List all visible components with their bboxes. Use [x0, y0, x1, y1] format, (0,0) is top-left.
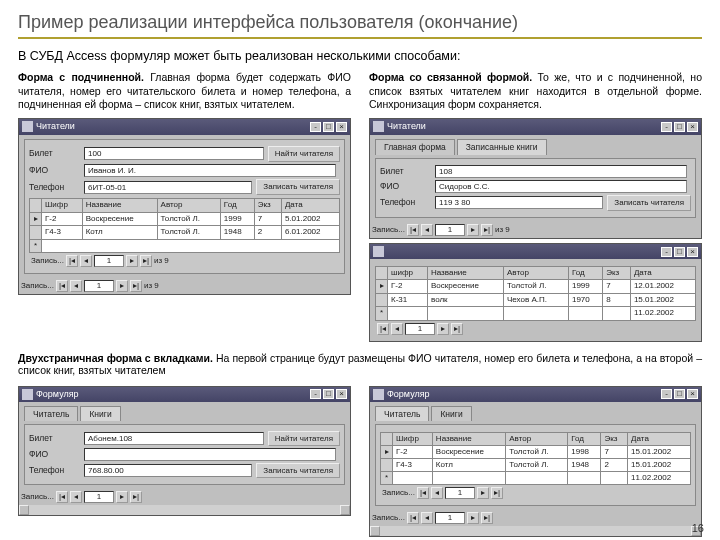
tab-books[interactable]: Книги: [431, 406, 471, 421]
max-button[interactable]: □: [323, 122, 334, 132]
record-nav: Запись...|◂◂1▸▸|из 9: [29, 253, 340, 269]
books-table[interactable]: шифрНазваниеАвторГодЭкзДата ▸Г-2Воскресе…: [375, 266, 696, 321]
outer-nav: Запись...|◂◂1▸▸|из 9: [19, 278, 350, 294]
window-title: Читатели: [387, 121, 426, 133]
close-button[interactable]: ×: [336, 122, 347, 132]
field-tel[interactable]: 6ИТ-05-01: [84, 181, 252, 194]
field-tel[interactable]: 768.80.00: [84, 464, 252, 477]
hscroll[interactable]: [19, 505, 350, 515]
tab-reader[interactable]: Читатель: [24, 406, 78, 421]
page-title: Пример реализации интерфейса пользовател…: [18, 12, 702, 39]
window-tabs-page1: Формуляр-□× ЧитательКниги БилетАбонем.10…: [18, 386, 351, 516]
label-fio: ФИО: [29, 165, 84, 176]
min-button[interactable]: -: [310, 122, 321, 132]
tab-reader[interactable]: Читатель: [375, 406, 429, 421]
books-table[interactable]: ШифрНазваниеАвторГодЭкзДата ▸Г-2Воскресе…: [29, 198, 340, 253]
field-bilet[interactable]: 108: [435, 165, 687, 178]
intro-text: В СУБД Access формуляр может быть реализ…: [18, 49, 702, 63]
para-tabbed-form: Двухстраничная форма с вкладками. На пер…: [18, 352, 702, 376]
field-fio[interactable]: Иванов И. И.: [84, 164, 336, 177]
window-linked-main: Читатели - □ × Главная формаЗаписанные к…: [369, 118, 702, 239]
field-fio[interactable]: [84, 448, 336, 461]
app-icon: [373, 246, 384, 257]
window-title: Читатели: [36, 121, 75, 133]
min-button[interactable]: -: [661, 122, 672, 132]
app-icon: [373, 121, 384, 132]
label-bilet: Билет: [29, 148, 84, 159]
close-button[interactable]: ×: [687, 122, 698, 132]
write-button[interactable]: Записать читателя: [607, 195, 691, 211]
window-tabs-page2: Формуляр-□× ЧитательКниги ШифрНазваниеАв…: [369, 386, 702, 537]
titlebar[interactable]: -□×: [370, 244, 701, 259]
field-tel[interactable]: 119 3 80: [435, 196, 603, 209]
tab-books[interactable]: Книги: [80, 406, 120, 421]
books-table[interactable]: ШифрНазваниеАвторГодЭкзДата ▸Г-2Воскресе…: [380, 432, 691, 485]
app-icon: [22, 121, 33, 132]
window-subform: Читатели - □ × Билет100Найти читателя ФИ…: [18, 118, 351, 295]
max-button[interactable]: □: [674, 122, 685, 132]
para-sub-form: Форма с подчиненной. Главная форма будет…: [18, 71, 351, 112]
para-linked-form: Форма со связанной формой. То же, что и …: [369, 71, 702, 112]
field-bilet[interactable]: 100: [84, 147, 264, 160]
find-button[interactable]: Найти читателя: [268, 146, 340, 162]
find-button[interactable]: Найти читателя: [268, 431, 340, 446]
hscroll[interactable]: [370, 526, 701, 536]
field-fio[interactable]: Сидоров С.С.: [435, 180, 687, 193]
write-button[interactable]: Записать читателя: [256, 463, 340, 478]
tab-books[interactable]: Записанные книги: [457, 139, 547, 155]
tab-main[interactable]: Главная форма: [375, 139, 455, 155]
window-linked-books: -□× шифрНазваниеАвторГодЭкзДата ▸Г-2Воск…: [369, 243, 702, 342]
label-tel: Телефон: [29, 182, 84, 193]
page-number: 16: [692, 522, 704, 534]
write-button[interactable]: Записать читателя: [256, 179, 340, 195]
field-bilet[interactable]: Абонем.108: [84, 432, 264, 445]
titlebar[interactable]: Читатели - □ ×: [19, 119, 350, 135]
titlebar[interactable]: Читатели - □ ×: [370, 119, 701, 135]
